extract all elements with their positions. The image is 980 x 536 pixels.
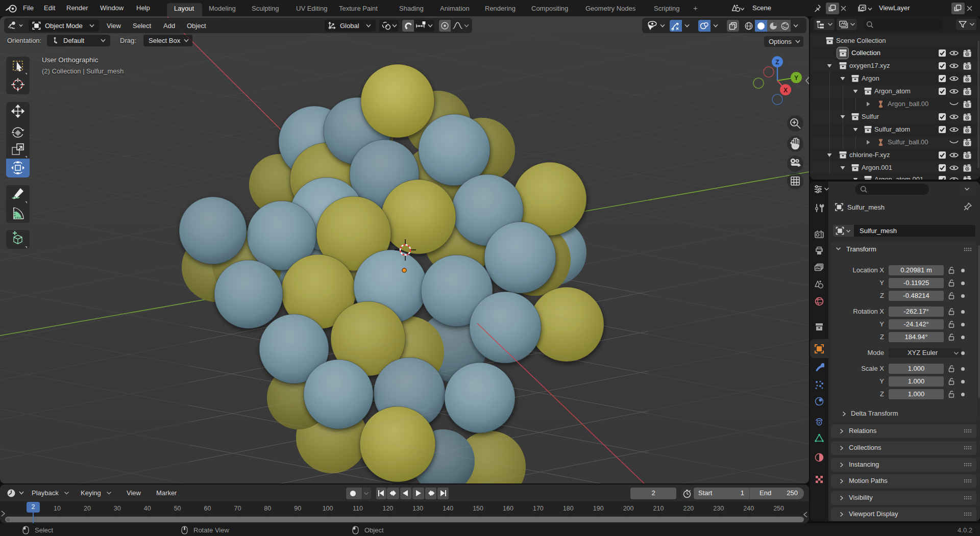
svg-text:X: X <box>783 87 788 94</box>
svg-text:Y: Y <box>794 74 798 82</box>
svg-text:Z: Z <box>775 59 779 66</box>
